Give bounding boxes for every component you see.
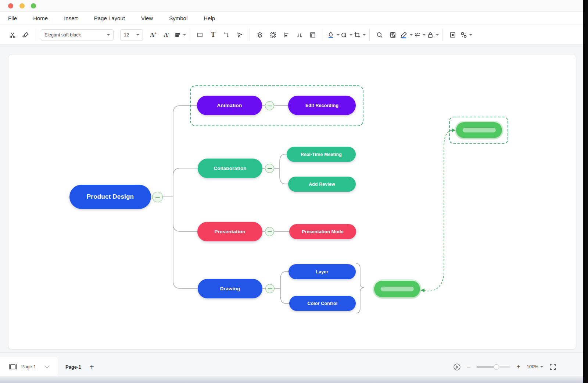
- node-add-review[interactable]: Add Review: [288, 177, 356, 192]
- font-family-select[interactable]: Elegant soft black: [41, 29, 114, 40]
- decrease-font-button[interactable]: A-: [160, 28, 173, 42]
- collapse-toggle-drawing[interactable]: [265, 284, 275, 293]
- picture-frame-button[interactable]: [446, 28, 459, 42]
- position-button[interactable]: [266, 28, 280, 42]
- chevron-down-icon: [349, 34, 352, 36]
- arrange-button[interactable]: [459, 28, 473, 42]
- chevron-down-icon: [45, 364, 49, 368]
- toolbar-separator: [36, 29, 36, 41]
- close-window-button[interactable]: [8, 3, 13, 8]
- pen-color-icon: [400, 31, 408, 39]
- menu-symbol[interactable]: Symbol: [169, 15, 187, 21]
- node-presentation[interactable]: Presentation: [197, 222, 262, 241]
- chevron-down-icon: [363, 34, 366, 36]
- fill-color-button[interactable]: [326, 28, 340, 42]
- collapse-toggle-animation[interactable]: [265, 101, 274, 110]
- shape-outline-button[interactable]: [340, 28, 353, 42]
- text-align-button[interactable]: [173, 28, 186, 42]
- play-icon[interactable]: [453, 363, 461, 371]
- cut-button[interactable]: [6, 28, 19, 42]
- chevron-down-icon: [410, 34, 413, 36]
- menu-view[interactable]: View: [141, 15, 153, 21]
- font-size-value: 12: [124, 32, 129, 38]
- zoom-in-button[interactable]: +: [517, 363, 520, 370]
- collapse-toggle-root[interactable]: [152, 192, 163, 202]
- find-replace-icon: [389, 31, 397, 39]
- zoom-search-button[interactable]: [373, 28, 386, 42]
- lock-button[interactable]: [426, 28, 439, 42]
- increase-font-icon: A+: [150, 31, 156, 38]
- crop-icon: [354, 31, 361, 39]
- connector-icon: [223, 31, 230, 39]
- page-tab[interactable]: Page-1: [65, 357, 81, 376]
- zoom-out-button[interactable]: –: [467, 363, 470, 370]
- relationship-line[interactable]: [424, 130, 452, 291]
- layers-icon: [256, 31, 263, 39]
- add-page-button[interactable]: +: [90, 357, 94, 376]
- menu-page-layout[interactable]: Page Layout: [94, 15, 125, 21]
- font-size-select[interactable]: 12: [120, 29, 143, 40]
- frame-button[interactable]: [306, 28, 319, 42]
- node-floating-topic[interactable]: [456, 122, 502, 138]
- node-animation[interactable]: Animation: [197, 96, 262, 115]
- desktop-edge: [0, 376, 584, 383]
- collapse-toggle-presentation[interactable]: [265, 227, 274, 236]
- line-style-icon: [413, 31, 421, 39]
- statusbar: Page-1 Page-1 + – + 100%: [0, 352, 584, 376]
- text-tool-button[interactable]: T: [207, 28, 220, 42]
- menu-insert[interactable]: Insert: [64, 15, 78, 21]
- relationship-arrowhead-end: [452, 128, 456, 132]
- flip-button[interactable]: [293, 28, 306, 42]
- toolbar-separator: [250, 29, 250, 41]
- mindmap-canvas[interactable]: Product Design Animation Edit Recording …: [8, 54, 576, 350]
- connector-tool-button[interactable]: [220, 28, 233, 42]
- align-icon: [283, 31, 290, 39]
- node-color-control[interactable]: Color Control: [289, 296, 356, 311]
- zoom-window-button[interactable]: [31, 3, 36, 8]
- zoom-level-select[interactable]: 100%: [527, 364, 543, 369]
- shape-outline-icon: [340, 31, 348, 39]
- font-family-value: Elegant soft black: [44, 32, 81, 38]
- node-presentation-mode[interactable]: Presentation Mode: [289, 224, 356, 239]
- minimize-window-button[interactable]: [19, 3, 25, 8]
- arrange-icon: [460, 31, 467, 39]
- chevron-down-icon: [337, 34, 340, 36]
- format-painter-button[interactable]: [19, 28, 32, 42]
- empty-text-placeholder: [463, 128, 496, 132]
- zoom-controls: – + 100%: [453, 357, 556, 376]
- shape-tool-button[interactable]: [193, 28, 207, 42]
- fill-color-icon: [327, 31, 335, 39]
- format-painter-icon: [22, 31, 29, 39]
- menu-file[interactable]: File: [8, 15, 17, 21]
- node-edit-recording[interactable]: Edit Recording: [288, 96, 356, 115]
- workspace: Product Design Animation Edit Recording …: [0, 45, 584, 352]
- align-button[interactable]: [280, 28, 293, 42]
- node-layer[interactable]: Layer: [288, 264, 356, 279]
- node-product-design[interactable]: Product Design: [69, 185, 151, 209]
- scissors-icon: [9, 31, 16, 39]
- zoom-slider-thumb[interactable]: [494, 364, 499, 370]
- fullscreen-icon[interactable]: [549, 364, 556, 370]
- node-real-time-meeting[interactable]: Real-Time Meeting: [287, 147, 356, 162]
- search-icon: [376, 31, 383, 39]
- menu-help[interactable]: Help: [204, 15, 215, 21]
- node-summary[interactable]: [374, 281, 420, 297]
- collapse-toggle-collaboration[interactable]: [265, 164, 274, 173]
- zoom-slider[interactable]: [477, 366, 510, 368]
- page-selector[interactable]: Page-1: [0, 357, 58, 376]
- rectangle-shape-icon: [196, 31, 204, 39]
- pointer-icon: [236, 31, 243, 39]
- line-style-button[interactable]: [413, 28, 426, 42]
- pen-color-button[interactable]: [399, 28, 413, 42]
- slideshow-icon: [9, 364, 17, 370]
- menubar: File Home Insert Page Layout View Symbol…: [0, 12, 584, 25]
- layers-button[interactable]: [253, 28, 266, 42]
- increase-font-button[interactable]: A+: [147, 28, 160, 42]
- select-tool-button[interactable]: [233, 28, 246, 42]
- toolbar-separator: [190, 29, 190, 41]
- crop-button[interactable]: [353, 28, 366, 42]
- node-collaboration[interactable]: Collaboration: [198, 159, 262, 178]
- menu-home[interactable]: Home: [33, 15, 48, 21]
- node-drawing[interactable]: Drawing: [198, 279, 262, 298]
- find-replace-button[interactable]: [386, 28, 399, 42]
